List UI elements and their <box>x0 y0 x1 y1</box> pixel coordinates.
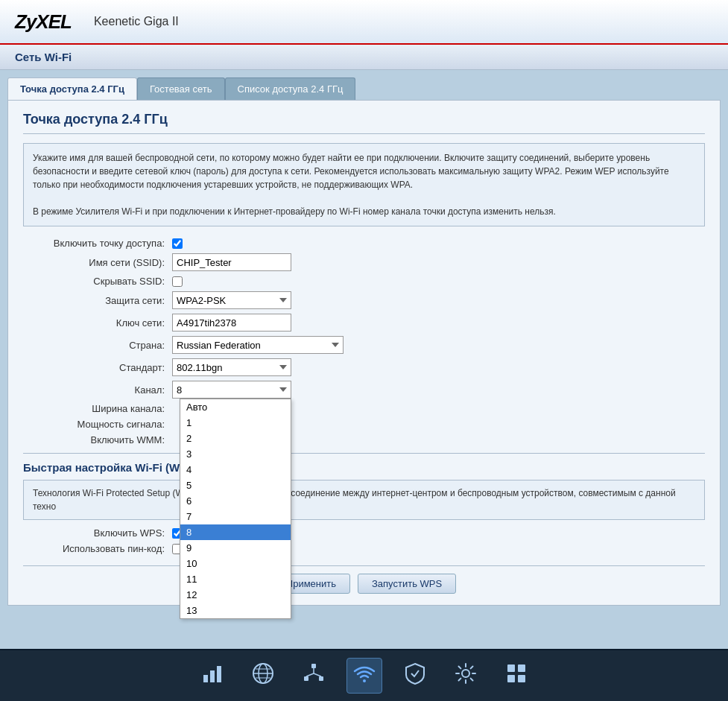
svg-rect-10 <box>319 676 323 681</box>
start-wps-button[interactable]: Запустить WPS <box>358 574 456 594</box>
enable-ap-row: Включить точку доступа: <box>23 238 705 249</box>
wps-info-box: Технология Wi-Fi Protected Setup (WPS) п… <box>23 480 705 520</box>
ssid-label: Имя сети (SSID): <box>23 257 172 268</box>
svg-rect-16 <box>507 664 515 672</box>
taskbar-shield[interactable] <box>397 658 433 694</box>
tab-access-list[interactable]: Список доступа 2.4 ГГц <box>225 77 356 100</box>
info-text-1: Укажите имя для вашей беспроводной сети,… <box>33 151 695 191</box>
hide-ssid-checkbox[interactable] <box>172 276 183 287</box>
logo-zy: ZyXEL <box>15 10 72 33</box>
hide-ssid-row: Скрывать SSID: <box>23 276 705 287</box>
bandwidth-label: Ширина канала: <box>23 403 172 414</box>
svg-rect-0 <box>203 675 208 682</box>
pin-label: Использовать пин-код: <box>23 543 172 554</box>
taskbar-network[interactable] <box>296 658 332 694</box>
main-area: Точка доступа 2.4 ГГц Гостевая сеть Спис… <box>0 70 728 649</box>
security-row: Защита сети: Нет WEP WPA-PSK WPA2-PSK WP… <box>23 291 705 309</box>
wps-title: Быстрая настройка Wi-Fi (W…) <box>23 461 705 474</box>
channel-option-12[interactable]: 12 <box>180 587 291 603</box>
channel-row: Канал: Авто 1 2 3 4 5 6 7 8 9 10 11 <box>23 381 705 399</box>
channel-option-2[interactable]: 2 <box>180 431 291 446</box>
enable-ap-checkbox[interactable] <box>172 238 183 249</box>
country-label: Страна: <box>23 340 172 351</box>
wmm-label: Включить WMM: <box>23 434 172 445</box>
key-input[interactable] <box>172 314 291 332</box>
security-label: Защита сети: <box>23 295 172 306</box>
info-text-2: В режиме Усилителя Wi-Fi и при подключен… <box>33 205 695 218</box>
tab-access-point[interactable]: Точка доступа 2.4 ГГц <box>7 77 137 100</box>
network-icon <box>302 662 326 691</box>
channel-option-4[interactable]: 4 <box>180 462 291 478</box>
svg-line-13 <box>314 673 321 676</box>
hide-ssid-label: Скрывать SSID: <box>23 276 172 287</box>
standard-row: Стандарт: 802.11b 802.11g 802.11n 802.11… <box>23 358 705 376</box>
globe-icon <box>251 662 275 691</box>
svg-rect-18 <box>507 675 515 682</box>
ssid-input[interactable] <box>172 253 291 271</box>
svg-line-12 <box>306 673 314 676</box>
page-title-bar: Сеть Wi-Fi <box>0 45 728 70</box>
channel-option-11[interactable]: 11 <box>180 571 291 587</box>
channel-option-3[interactable]: 3 <box>180 446 291 462</box>
standard-select[interactable]: 802.11b 802.11g 802.11n 802.11bgn <box>172 358 291 376</box>
svg-point-14 <box>363 679 366 682</box>
header: ZyXEL Keenetic Giga II <box>0 0 728 45</box>
svg-rect-1 <box>210 670 215 682</box>
taskbar <box>0 649 728 701</box>
channel-option-13[interactable]: 13 <box>180 603 291 618</box>
signal-row: Мощность сигнала: <box>23 419 705 430</box>
form-section: Включить точку доступа: Имя сети (SSID):… <box>23 238 705 445</box>
channel-dropdown: Авто 1 2 3 4 5 6 7 8 9 10 11 12 13 <box>180 399 291 619</box>
channel-option-1[interactable]: 1 <box>180 415 291 431</box>
taskbar-wifi[interactable] <box>346 658 382 694</box>
channel-option-6[interactable]: 6 <box>180 493 291 509</box>
chart-icon <box>200 662 224 691</box>
channel-option-8[interactable]: 8 <box>180 524 291 540</box>
product-name: Keenetic Giga II <box>94 15 179 28</box>
enable-ap-label: Включить точку доступа: <box>23 238 172 249</box>
svg-rect-2 <box>217 666 221 682</box>
info-box: Укажите имя для вашей беспроводной сети,… <box>23 143 705 226</box>
main-panel: Точка доступа 2.4 ГГц Укажите имя для ва… <box>7 100 721 606</box>
content: Точка доступа 2.4 ГГц Гостевая сеть Спис… <box>0 70 728 649</box>
wps-section: Быстрая настройка Wi-Fi (W…) Технология … <box>23 461 705 554</box>
standard-label: Стандарт: <box>23 362 172 373</box>
svg-rect-9 <box>304 676 308 681</box>
wifi-icon <box>352 662 376 691</box>
gear-icon <box>454 662 478 691</box>
panel-title: Точка доступа 2.4 ГГц <box>23 112 705 134</box>
svg-rect-8 <box>311 664 316 668</box>
button-row: Применить Запустить WPS <box>23 565 705 594</box>
bandwidth-row: Ширина канала: <box>23 403 705 414</box>
channel-option-7[interactable]: 7 <box>180 509 291 524</box>
taskbar-chart[interactable] <box>194 658 230 694</box>
taskbar-globe[interactable] <box>245 658 281 694</box>
channel-option-10[interactable]: 10 <box>180 556 291 571</box>
enable-wps-row: Включить WPS: <box>23 527 705 539</box>
channel-option-5[interactable]: 5 <box>180 478 291 493</box>
shield-icon <box>403 662 427 691</box>
channel-option-auto[interactable]: Авто <box>180 399 291 415</box>
enable-wps-label: Включить WPS: <box>23 527 172 539</box>
tab-guest[interactable]: Гостевая сеть <box>137 77 225 100</box>
svg-point-15 <box>462 670 469 677</box>
key-label: Ключ сети: <box>23 317 172 329</box>
channel-option-9[interactable]: 9 <box>180 540 291 556</box>
taskbar-grid[interactable] <box>498 658 534 694</box>
country-select[interactable]: Russian Federation United States Germany <box>172 336 344 354</box>
signal-label: Мощность сигнала: <box>23 419 172 430</box>
country-row: Страна: Russian Federation United States… <box>23 336 705 354</box>
wmm-row: Включить WMM: <box>23 434 705 445</box>
channel-label: Канал: <box>23 384 172 396</box>
page-title: Сеть Wi-Fi <box>15 51 72 63</box>
channel-select[interactable]: Авто 1 2 3 4 5 6 7 8 9 10 11 12 13 <box>172 381 291 399</box>
ssid-row: Имя сети (SSID): <box>23 253 705 271</box>
taskbar-gear[interactable] <box>448 658 484 694</box>
tabs: Точка доступа 2.4 ГГц Гостевая сеть Спис… <box>7 77 721 100</box>
logo: ZyXEL <box>15 10 72 34</box>
security-select[interactable]: Нет WEP WPA-PSK WPA2-PSK WPA/WPA2-PSK <box>172 291 291 309</box>
section-divider <box>23 453 705 454</box>
wps-info-text: Технология Wi-Fi Protected Setup (WPS) п… <box>33 488 676 512</box>
svg-rect-19 <box>518 675 525 682</box>
grid-icon <box>504 662 528 691</box>
